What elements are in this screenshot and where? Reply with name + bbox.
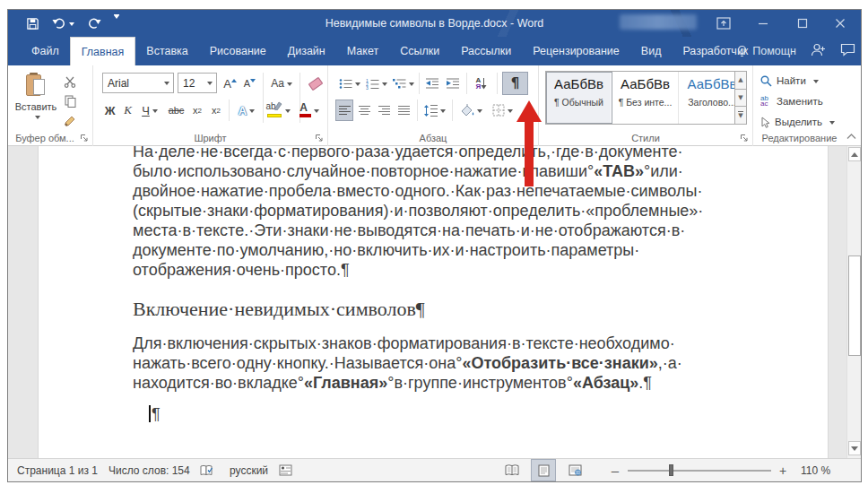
print-layout-button[interactable] bbox=[531, 459, 556, 481]
tab-Рецензирование[interactable]: Рецензирование bbox=[522, 37, 630, 65]
styles-dialog-launcher[interactable] bbox=[740, 134, 750, 143]
text-cursor bbox=[149, 405, 151, 422]
tab-Ссылки[interactable]: Ссылки bbox=[389, 37, 450, 65]
show-hide-marks-button[interactable]: ¶ bbox=[502, 72, 528, 95]
tab-Вид[interactable]: Вид bbox=[630, 37, 673, 65]
web-layout-button[interactable] bbox=[562, 459, 587, 481]
justify-button[interactable] bbox=[395, 100, 412, 121]
superscript-button[interactable]: x2 bbox=[207, 100, 225, 121]
vertical-scrollbar[interactable] bbox=[846, 146, 861, 459]
shading-button[interactable] bbox=[456, 100, 485, 121]
bold-button[interactable]: Ж bbox=[101, 100, 118, 121]
select-cursor-icon bbox=[760, 117, 770, 128]
scroll-up-button[interactable] bbox=[848, 147, 861, 161]
read-mode-button[interactable] bbox=[499, 459, 525, 481]
align-left-button[interactable] bbox=[335, 100, 353, 121]
borders-button[interactable] bbox=[488, 100, 516, 121]
font-color-glyph: А bbox=[299, 101, 308, 114]
zoom-slider-handle[interactable] bbox=[669, 464, 673, 476]
share-button[interactable] bbox=[811, 43, 826, 60]
replace-button[interactable]: ab ac Заменить bbox=[760, 91, 823, 111]
clipboard-dialog-launcher[interactable] bbox=[80, 134, 90, 143]
ribbon-display-options-button[interactable] bbox=[708, 10, 739, 37]
tab-Рисование[interactable]: Рисование bbox=[199, 37, 277, 65]
find-dropdown-arrow bbox=[813, 80, 819, 86]
clear-formatting-eraser-icon bbox=[308, 76, 324, 90]
replace-icon-bottom: ac bbox=[760, 101, 772, 108]
zoom-slider-track[interactable] bbox=[628, 470, 771, 472]
document-page[interactable]: На·деле·не·всегда·с·первого·раза·удается… bbox=[38, 146, 829, 459]
align-left-icon bbox=[339, 106, 351, 116]
font-name-combo[interactable]: Arial bbox=[102, 73, 174, 93]
highlight-color-bar bbox=[267, 114, 282, 117]
line-spacing-button[interactable] bbox=[421, 100, 448, 121]
minimize-button[interactable] bbox=[748, 10, 778, 37]
font-size-combo[interactable]: 12 bbox=[178, 73, 217, 93]
bullets-button[interactable] bbox=[337, 73, 362, 94]
maximize-button[interactable] bbox=[787, 10, 818, 37]
strikethrough-button[interactable]: abc bbox=[165, 100, 187, 121]
word-count[interactable]: Число слов: 154 bbox=[108, 459, 190, 481]
scrollbar-thumb[interactable] bbox=[848, 255, 861, 356]
macro-recorder[interactable] bbox=[279, 459, 292, 481]
styles-more-button[interactable]: ▼ bbox=[734, 107, 747, 125]
font-color-button[interactable]: А bbox=[294, 100, 321, 121]
copy-icon bbox=[65, 95, 76, 108]
collapse-ribbon-button[interactable] bbox=[846, 131, 856, 142]
shrink-font-button[interactable]: A bbox=[240, 73, 259, 94]
tab-Макет[interactable]: Макет bbox=[336, 37, 389, 65]
text-effects-icon: A bbox=[239, 104, 247, 117]
subscript-button[interactable]: x2 bbox=[188, 100, 206, 121]
select-button[interactable]: Выделить bbox=[760, 112, 835, 132]
change-case-dropdown-arrow bbox=[287, 82, 292, 89]
language-indicator[interactable]: русский bbox=[230, 459, 268, 481]
style-card[interactable]: АаБбВв¶ Без инте... bbox=[612, 72, 679, 124]
comments-button[interactable] bbox=[840, 43, 855, 60]
text-effects-button[interactable]: A bbox=[233, 100, 260, 121]
underline-button[interactable]: Ч bbox=[137, 100, 162, 121]
numbering-button[interactable]: 123 bbox=[364, 73, 389, 94]
tell-me-assistant[interactable]: Помощн bbox=[736, 45, 796, 58]
text-run: Для·включения·скрытых·знаков·форматирова… bbox=[133, 334, 675, 352]
clear-formatting-button[interactable] bbox=[305, 73, 326, 94]
style-card[interactable]: АаБбВв¶ Обычный bbox=[546, 72, 612, 124]
styles-scroll-down-button[interactable]: ▼ bbox=[734, 90, 747, 108]
zoom-level[interactable]: 110 % bbox=[801, 459, 830, 481]
tab-Рассылки[interactable]: Рассылки bbox=[450, 37, 522, 65]
tab-Вставка[interactable]: Вставка bbox=[135, 37, 198, 65]
multilevel-list-button[interactable] bbox=[391, 73, 416, 94]
scroll-down-button[interactable] bbox=[848, 441, 861, 455]
proofing-status[interactable] bbox=[200, 459, 213, 481]
format-painter-button[interactable] bbox=[58, 110, 82, 132]
sort-button[interactable]: А Я bbox=[470, 73, 493, 94]
highlight-color-button[interactable]: ab bbox=[263, 100, 291, 121]
close-button[interactable] bbox=[825, 10, 855, 37]
zoom-out-button[interactable]: – bbox=[609, 459, 621, 481]
paste-dropdown-arrow bbox=[35, 116, 40, 122]
paragraph-dialog-launcher[interactable] bbox=[525, 134, 535, 143]
justify-icon bbox=[398, 106, 410, 116]
tab-Дизайн[interactable]: Дизайн bbox=[277, 37, 336, 65]
cut-button[interactable] bbox=[58, 71, 82, 92]
doc-line: документе·по·умолчанию,·но·включить·их·и… bbox=[133, 240, 725, 260]
decrease-indent-button[interactable] bbox=[422, 73, 442, 94]
page-indicator[interactable]: Страница 1 из 1 bbox=[17, 459, 98, 481]
paste-button[interactable]: Вставить bbox=[15, 71, 56, 139]
change-case-button[interactable]: Aa bbox=[267, 73, 296, 94]
minimize-icon bbox=[758, 18, 768, 29]
increase-indent-button[interactable] bbox=[443, 73, 463, 94]
highlight-pen-icon bbox=[273, 101, 282, 110]
copy-button[interactable] bbox=[58, 91, 82, 112]
find-button[interactable]: Найти bbox=[760, 71, 819, 91]
tab-Файл[interactable]: Файл bbox=[21, 37, 70, 65]
font-dialog-launcher[interactable] bbox=[315, 134, 325, 143]
align-right-button[interactable] bbox=[375, 100, 393, 121]
zoom-in-button[interactable]: + bbox=[777, 459, 789, 481]
italic-button[interactable]: К bbox=[119, 100, 136, 121]
tab-Главная[interactable]: Главная bbox=[70, 37, 136, 65]
align-center-button[interactable] bbox=[355, 100, 373, 121]
print-layout-icon bbox=[538, 464, 550, 477]
style-preview-text: АаБбВв bbox=[546, 76, 612, 91]
styles-scroll-up-button[interactable]: ▲ bbox=[734, 71, 747, 90]
grow-font-button[interactable]: A bbox=[221, 73, 239, 94]
